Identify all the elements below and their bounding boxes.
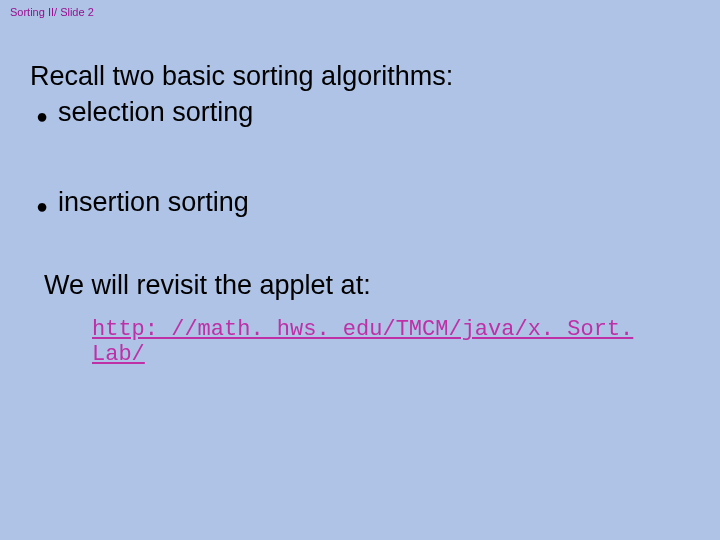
bullet-icon: ●: [36, 106, 48, 126]
slide-content: Recall two basic sorting algorithms: ● s…: [30, 60, 690, 367]
applet-link[interactable]: http: //math. hws. edu/TMCM/java/x. Sort…: [92, 317, 690, 367]
bullet-text-2: insertion sorting: [58, 186, 249, 220]
slide-header: Sorting II/ Slide 2: [10, 6, 94, 18]
bullet-text-1: selection sorting: [58, 96, 253, 130]
intro-line: Recall two basic sorting algorithms:: [30, 60, 690, 94]
revisit-line: We will revisit the applet at:: [44, 269, 690, 303]
bullet-icon: ●: [36, 196, 48, 216]
slide: Sorting II/ Slide 2 Recall two basic sor…: [0, 0, 720, 540]
bullet-row-1: ● selection sorting: [36, 96, 690, 130]
bullet-row-2: ● insertion sorting: [36, 186, 690, 220]
